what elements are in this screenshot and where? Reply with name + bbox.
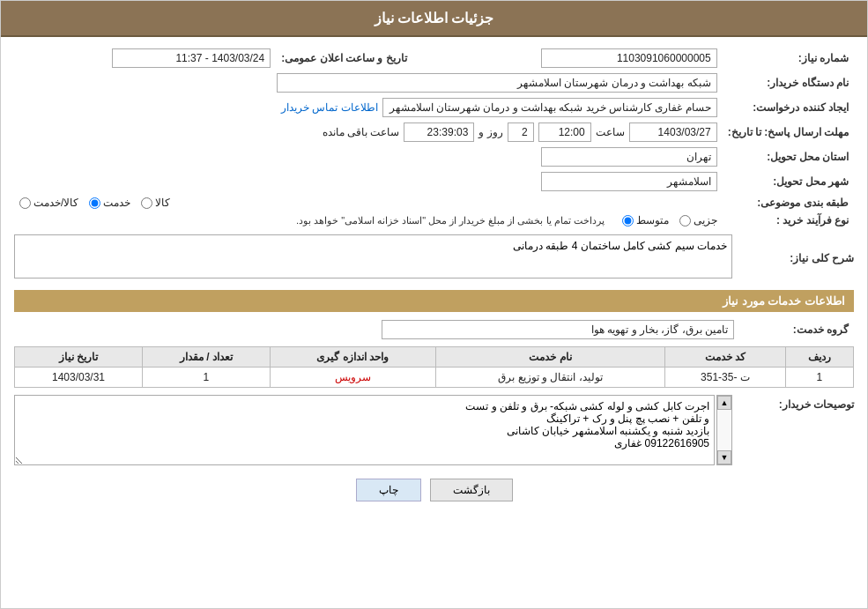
label-ostan: استان محل تحویل:: [723, 145, 854, 169]
value-shahr: اسلامشهر: [541, 172, 717, 191]
value-ostan: تهران: [541, 147, 717, 167]
col-tarikh: تاریخ نیاز: [15, 347, 143, 368]
radio-jozii[interactable]: جزیی: [679, 214, 717, 227]
label-ijadKonande: ایجاد کننده درخواست:: [723, 95, 854, 120]
cell-vahed: سرویس: [270, 368, 435, 388]
value-namDastgah: شبکه بهداشت و درمان شهرستان اسلامشهر: [277, 73, 717, 93]
radio-kala-label: کالا: [155, 197, 170, 209]
sharh-section: شرح کلی نیاز: خدمات سیم کشی کامل ساختمان…: [14, 234, 854, 281]
value-ijadKonande: حسام غفاری کارشناس خرید شبکه بهداشت و در…: [382, 98, 717, 117]
label-tabaqe: طبقه بندی موضوعی:: [723, 194, 854, 212]
col-namKhadamat: نام خدمت: [435, 347, 665, 368]
cell-tedad: 1: [143, 368, 271, 388]
col-tedad: تعداد / مقدار: [143, 347, 271, 368]
scroll-up-btn[interactable]: ▲: [717, 396, 731, 410]
label-sharhKolli: شرح کلی نیاز:: [739, 252, 854, 264]
radio-kala[interactable]: کالا: [141, 197, 170, 209]
label-maandeh: ساعت باقی مانده: [323, 126, 400, 138]
col-radif: ردیف: [785, 347, 853, 368]
value-date: 1403/03/27: [629, 123, 717, 142]
radio-motavaset[interactable]: متوسط: [622, 214, 669, 227]
tosifat-textarea[interactable]: [14, 395, 715, 465]
radio-motavaset-label: متوسط: [636, 214, 669, 227]
form-section-1: شماره نیاز: 1103091060000005 تاریخ و ساع…: [14, 46, 854, 229]
grohe-section: گروه خدمت: تامین برق، گاز، بخار و تهویه …: [14, 317, 854, 342]
bazgasht-button[interactable]: بازگشت: [430, 479, 513, 501]
value-saat: 12:00: [538, 123, 591, 142]
scroll-down-btn[interactable]: ▼: [717, 450, 731, 464]
main-content: شماره نیاز: 1103091060000005 تاریخ و ساع…: [1, 37, 867, 519]
value-maandeh: 23:39:03: [404, 123, 474, 142]
label-namDastgah: نام دستگاه خریدار:: [723, 71, 854, 95]
cell-kodKhadamat: ت -35-351: [665, 368, 785, 388]
label-saat: ساعت: [596, 126, 625, 138]
radio-jozii-label: جزیی: [694, 214, 717, 227]
label-mohlat: مهلت ارسال پاسخ: تا تاریخ:: [723, 120, 854, 145]
radio-khadamat[interactable]: خدمت: [89, 197, 130, 209]
radio-kala-khadamat[interactable]: کالا/خدمت: [19, 197, 78, 209]
page-header: جزئیات اطلاعات نیاز: [1, 1, 867, 37]
value-roz: 2: [508, 123, 534, 142]
label-shomareNiaz: شماره نیاز:: [723, 46, 854, 71]
cell-tarikh: 1403/03/31: [15, 368, 143, 388]
value-tarikhoSaat: 1403/03/24 - 11:37: [112, 48, 271, 68]
label-shahr: شهر محل تحویل:: [723, 169, 854, 194]
col-kodKhadamat: کد خدمت: [665, 347, 785, 368]
page-wrapper: جزئیات اطلاعات نیاز شماره نیاز: 11030910…: [0, 0, 868, 609]
cell-radif: 1: [785, 368, 853, 388]
col-vahed: واحد اندازه گیری: [270, 347, 435, 368]
label-noFarayand: نوع فرآیند خرید :: [723, 212, 854, 229]
label-groheKhadamat: گروه خدمت:: [739, 317, 854, 342]
value-sharhKolli[interactable]: خدمات سیم کشی کامل ساختمان 4 طبقه درمانی: [14, 234, 732, 279]
tosifat-section: توصیحات خریدار: ▲ ▼: [14, 395, 854, 465]
scroll-controls: ▲ ▼: [716, 395, 732, 465]
label-roz: روز و: [479, 126, 502, 138]
section-services-title: اطلاعات خدمات مورد نیاز: [14, 290, 854, 312]
value-shomareNiaz: 1103091060000005: [541, 48, 717, 68]
cell-namKhadamat: تولید، انتقال و توزیع برق: [435, 368, 665, 388]
page-title: جزئیات اطلاعات نیاز: [375, 11, 494, 26]
link-ettelaatTamas[interactable]: اطلاعات تماس خریدار: [281, 101, 378, 114]
buttons-row: بازگشت چاپ: [14, 479, 854, 501]
label-tarikhoSaat: تاریخ و ساعت اعلان عمومی:: [276, 46, 433, 71]
farayand-note: پرداخت تمام یا بخشی از مبلغ خریدار از مح…: [296, 215, 605, 227]
label-tosifat: توصیحات خریدار:: [739, 395, 854, 411]
radio-kala-khadamat-label: کالا/خدمت: [33, 197, 78, 209]
table-row: 1 ت -35-351 تولید، انتقال و توزیع برق سر…: [15, 368, 854, 388]
value-groheKhadamat: تامین برق، گاز، بخار و تهویه هوا: [382, 320, 734, 339]
radio-khadamat-label: خدمت: [103, 197, 130, 209]
chap-button[interactable]: چاپ: [356, 479, 421, 501]
service-table: ردیف کد خدمت نام خدمت واحد اندازه گیری ت…: [14, 346, 854, 388]
